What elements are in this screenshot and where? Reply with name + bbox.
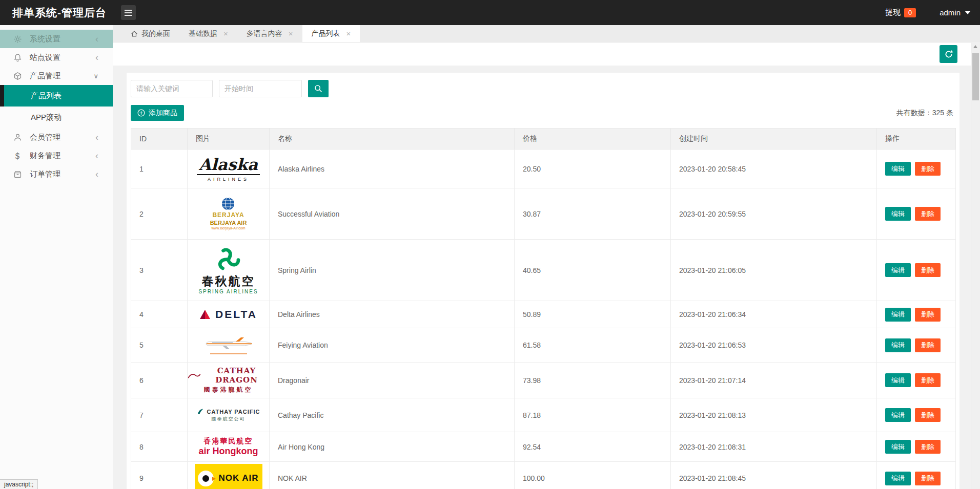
keyword-input[interactable] (131, 80, 213, 97)
dragon-swoosh-icon (188, 372, 201, 379)
product-id: 9 (131, 462, 188, 489)
delete-button[interactable]: 删除 (915, 207, 941, 221)
edit-button[interactable]: 编辑 (885, 440, 911, 454)
plus-circle-icon (137, 109, 145, 117)
bell-icon (12, 53, 23, 62)
close-icon[interactable]: × (346, 30, 351, 37)
product-price: 92.54 (515, 432, 671, 462)
add-product-button[interactable]: 添加商品 (131, 105, 184, 121)
product-price: 100.00 (515, 462, 671, 489)
product-created-time: 2023-01-20 20:58:45 (671, 150, 877, 188)
edit-button[interactable]: 编辑 (885, 408, 911, 422)
box-icon (12, 170, 23, 179)
sidebar-item-product-list[interactable]: 产品列表 (0, 85, 113, 107)
edit-button[interactable]: 编辑 (885, 207, 911, 221)
product-name: Alaska Airlines (270, 150, 515, 188)
tab-multilanguage[interactable]: 多语言内容 × (237, 25, 302, 42)
chevron-left-icon: ‹ (95, 34, 106, 45)
edit-button[interactable]: 编辑 (885, 338, 911, 352)
vertical-scrollbar[interactable] (971, 42, 980, 489)
table-row: 4 DELTA Delta Airlines 50.89 2023-01-20 … (131, 301, 956, 328)
spring-airlines-logo: 春秋航空 SPRING AIRLINES (198, 246, 258, 295)
edit-button[interactable]: 编辑 (885, 472, 911, 485)
product-id: 3 (131, 240, 188, 301)
sidebar-item-system-settings[interactable]: 系统设置 ‹ (0, 30, 113, 48)
cube-icon (12, 72, 23, 80)
cathay-pacific-logo: CATHAY PACIFIC 國泰航空公司 (196, 408, 260, 421)
scroll-up-arrow-icon[interactable] (973, 45, 977, 48)
sidebar-item-member-management[interactable]: 会员管理 ‹ (0, 128, 113, 146)
product-price: 20.50 (515, 150, 671, 188)
sidebar-item-site-settings[interactable]: 站点设置 ‹ (0, 48, 113, 67)
edit-button[interactable]: 编辑 (885, 308, 911, 322)
nok-air-logo: NOK AIR (195, 464, 262, 489)
header-name: 名称 (270, 129, 515, 150)
sidebar-item-order-management[interactable]: 订单管理 ‹ (0, 165, 113, 183)
product-id: 2 (131, 188, 188, 240)
delete-button[interactable]: 删除 (915, 263, 941, 277)
tab-basic-data[interactable]: 基础数据 × (179, 25, 237, 42)
edit-button[interactable]: 编辑 (885, 263, 911, 277)
spring-swirl-icon (214, 246, 242, 273)
delete-button[interactable]: 删除 (915, 338, 941, 352)
delete-button[interactable]: 删除 (915, 308, 941, 322)
edit-button[interactable]: 编辑 (885, 373, 911, 387)
air-hongkong-logo: 香港華民航空 air Hongkong (199, 437, 258, 457)
browser-status-text: javascript:; (0, 479, 38, 489)
delete-button[interactable]: 删除 (915, 408, 941, 422)
search-button[interactable] (308, 80, 329, 97)
table-row: 9 NOK AIR NOK AIR 100.00 2023-01-20 21:0… (131, 462, 956, 489)
delete-button[interactable]: 删除 (915, 472, 941, 485)
table-row: 6 CATHAY DRAGON 國泰港龍航空 Dragonair 73.98 (131, 363, 956, 398)
search-icon (314, 84, 322, 93)
header-created-time: 创建时间 (671, 129, 877, 150)
sidebar-toggle-button[interactable] (121, 5, 136, 20)
scrollbar-thumb[interactable] (972, 53, 979, 100)
product-created-time: 2023-01-20 21:06:53 (671, 328, 877, 363)
refresh-button[interactable] (940, 45, 957, 63)
start-time-input[interactable] (219, 80, 302, 97)
delete-button[interactable]: 删除 (915, 440, 941, 454)
tab-product-list[interactable]: 产品列表 × (302, 25, 360, 42)
edit-button[interactable]: 编辑 (885, 162, 911, 176)
airplane-icon (202, 336, 255, 351)
header-price: 价格 (515, 129, 671, 150)
refresh-icon (944, 50, 953, 59)
product-id: 8 (131, 432, 188, 462)
table-row: 7 CATHAY PACIFIC 國泰航空公司 Cathay Pacific 8… (131, 398, 956, 432)
table-row: 3 春秋航空 SPRING AIRLINES Spring Airlin 40.… (131, 240, 956, 301)
header-actions: 操作 (877, 129, 956, 150)
chevron-left-icon: ‹ (95, 52, 106, 63)
delta-air-lines-logo: DELTA (199, 308, 257, 321)
delta-triangle-icon (199, 309, 211, 320)
product-name: Air Hong Kong (270, 432, 515, 462)
product-name: NOK AIR (270, 462, 515, 489)
table-row: 8 香港華民航空 air Hongkong Air Hong Kong 92.5… (131, 432, 956, 462)
toolbar-strip (113, 43, 971, 66)
dollar-icon: $ (12, 151, 23, 161)
header-id: ID (131, 129, 188, 150)
sidebar-item-app-scroll[interactable]: APP滚动 (0, 107, 113, 128)
user-menu[interactable]: admin (940, 8, 971, 17)
chevron-down-icon: ∨ (93, 72, 106, 80)
sidebar-item-product-management[interactable]: 产品管理 ∨ (0, 67, 113, 85)
berjaya-air-logo: BERJAYA BERJAYA AIR www.Berjaya-Air.com (210, 197, 247, 230)
caret-down-icon (965, 11, 971, 14)
product-price: 87.18 (515, 398, 671, 432)
alaska-airlines-logo: Alaska AIRLINES (197, 156, 260, 182)
product-id: 5 (131, 328, 188, 363)
brushwing-icon (196, 408, 204, 415)
close-icon[interactable]: × (223, 30, 228, 37)
tab-bar: 我的桌面 基础数据 × 多语言内容 × 产品列表 × (113, 25, 980, 42)
product-price: 30.87 (515, 188, 671, 240)
close-icon[interactable]: × (289, 30, 293, 37)
table-row: 1 Alaska AIRLINES Alaska Airlines 20.50 … (131, 150, 956, 188)
product-id: 6 (131, 363, 188, 398)
delete-button[interactable]: 删除 (915, 373, 941, 387)
app-title: 排单系统-管理后台 (12, 0, 107, 25)
gear-icon (12, 35, 23, 44)
tab-home[interactable]: 我的桌面 (121, 25, 179, 42)
withdraw-link[interactable]: 提现 (885, 8, 901, 17)
delete-button[interactable]: 删除 (915, 162, 941, 176)
sidebar-item-finance-management[interactable]: $ 财务管理 ‹ (0, 146, 113, 165)
